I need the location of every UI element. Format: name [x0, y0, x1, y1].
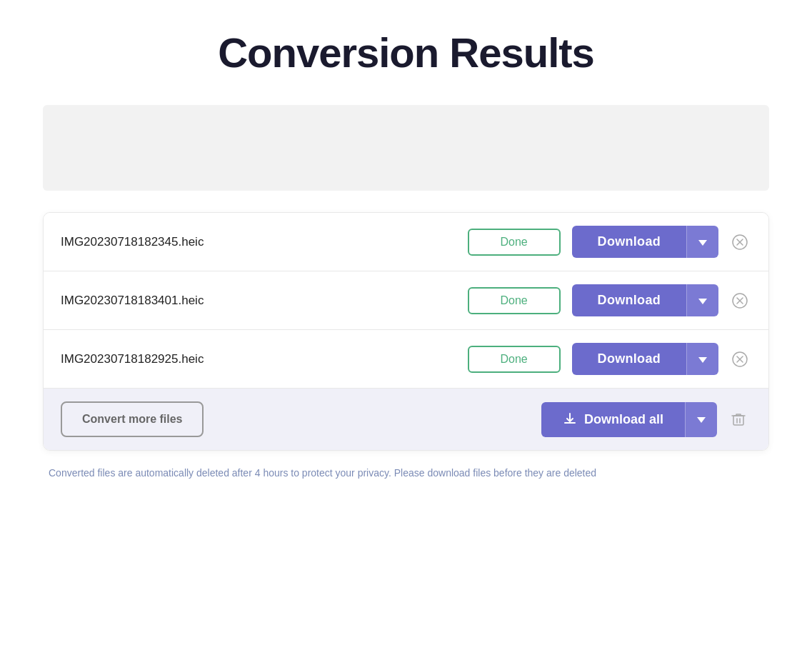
close-icon [732, 293, 748, 309]
download-chevron-button[interactable] [686, 226, 718, 258]
download-chevron-button[interactable] [686, 343, 718, 375]
svg-rect-9 [733, 416, 743, 425]
download-all-group: Download all [541, 402, 717, 437]
download-btn-group: Download [572, 226, 718, 258]
download-chevron-button[interactable] [686, 284, 718, 316]
download-all-button[interactable]: Download all [541, 402, 685, 437]
file-row: IMG20230718182345.heic Done Download [44, 213, 768, 271]
download-button[interactable]: Download [572, 226, 686, 258]
chevron-down-icon [698, 357, 707, 363]
file-name: IMG20230718182925.heic [61, 352, 468, 366]
download-button[interactable]: Download [572, 284, 686, 316]
trash-button[interactable] [726, 406, 751, 432]
download-btn-group: Download [572, 343, 718, 375]
results-container: IMG20230718182345.heic Done Download IMG… [43, 212, 769, 451]
file-row: IMG20230718182925.heic Done Download [44, 330, 768, 389]
download-button[interactable]: Download [572, 343, 686, 375]
close-button[interactable] [728, 231, 751, 254]
page-title: Conversion Results [43, 29, 769, 76]
file-name: IMG20230718182345.heic [61, 235, 468, 249]
ad-banner [43, 105, 769, 191]
download-all-icon [563, 412, 577, 426]
footer-row: Convert more files Download all [44, 389, 768, 450]
privacy-notice: Converted files are automatically delete… [43, 465, 769, 481]
close-icon [732, 351, 748, 367]
chevron-down-icon [698, 240, 707, 246]
file-row: IMG20230718183401.heic Done Download [44, 271, 768, 330]
trash-icon [731, 411, 746, 427]
close-button[interactable] [728, 289, 751, 312]
file-name: IMG20230718183401.heic [61, 294, 468, 308]
done-badge: Done [468, 287, 561, 314]
download-all-chevron-button[interactable] [685, 402, 717, 437]
close-button[interactable] [728, 348, 751, 371]
chevron-down-icon [698, 299, 707, 304]
close-icon [732, 234, 748, 250]
download-btn-group: Download [572, 284, 718, 316]
done-badge: Done [468, 346, 561, 373]
done-badge: Done [468, 229, 561, 256]
download-all-label: Download all [584, 412, 663, 427]
convert-more-button[interactable]: Convert more files [61, 401, 204, 437]
chevron-down-icon [697, 417, 706, 423]
